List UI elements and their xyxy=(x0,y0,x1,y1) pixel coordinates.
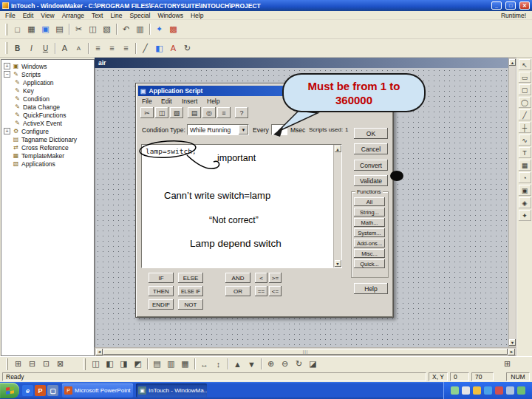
align-left-icon[interactable]: ≡ xyxy=(91,41,105,55)
cut-icon[interactable]: ✂ xyxy=(72,23,86,36)
powerpoint-icon[interactable]: P xyxy=(35,385,46,396)
fn-string-button[interactable]: String... xyxy=(354,208,385,216)
expand-icon[interactable]: + xyxy=(4,128,10,134)
align-bottom-icon[interactable]: ▦ xyxy=(178,358,192,371)
space-horizontal-icon[interactable]: ↔ xyxy=(197,358,211,371)
fn-misc-button[interactable]: Misc... xyxy=(354,249,385,258)
scroll-up-icon[interactable]: ▲ xyxy=(509,59,516,66)
bitmap-tool-icon[interactable]: ▦ xyxy=(519,160,531,171)
open-icon[interactable]: ▦ xyxy=(24,23,38,36)
cut-icon[interactable]: ✂ xyxy=(140,107,154,118)
duplicate-icon[interactable]: ◫ xyxy=(89,358,103,371)
chevron-down-icon[interactable]: ▼ xyxy=(239,125,248,134)
rotate-cw-icon[interactable]: ↻ xyxy=(292,358,306,371)
cancel-button[interactable]: Cancel xyxy=(354,143,388,154)
tree-item-configure[interactable]: + ⚙ Configure xyxy=(1,127,94,135)
kw-or-button[interactable]: OR xyxy=(225,286,250,296)
align-center-icon[interactable]: ◨ xyxy=(117,358,131,371)
paste-icon[interactable]: ▧ xyxy=(100,23,114,36)
print-icon[interactable]: ▤ xyxy=(52,23,66,36)
group-icon[interactable]: ⊕ xyxy=(264,358,278,371)
start-button[interactable] xyxy=(0,383,19,398)
kw-if-button[interactable]: IF xyxy=(149,273,174,283)
align-right-icon[interactable]: ◩ xyxy=(131,358,145,371)
tree-item-quickfunctions[interactable]: ✎ QuickFunctions xyxy=(1,111,94,119)
scrollbar-thumb[interactable]: ||| xyxy=(103,349,508,355)
menu-text[interactable]: Text xyxy=(88,12,107,19)
grid-toggle-icon[interactable]: ⊞ xyxy=(11,358,25,371)
align-center-icon[interactable]: ≡ xyxy=(105,41,119,55)
tree-item-tagname-dictionary[interactable]: ▤ Tagname Dictionary xyxy=(1,135,94,143)
kw-and-button[interactable]: AND xyxy=(225,273,250,283)
align-middle-icon[interactable]: ▥ xyxy=(164,358,178,371)
duplicate-icon[interactable]: ▥ xyxy=(133,23,147,36)
tree-item-key[interactable]: ✎ Key xyxy=(1,86,94,95)
menu-file[interactable]: File xyxy=(1,12,19,19)
pointer-tool-icon[interactable]: ↖ xyxy=(519,59,531,70)
help-button[interactable]: Help xyxy=(354,283,388,294)
tree-item-data-change[interactable]: ✎ Data Change xyxy=(1,103,94,111)
dialog-menu-edit[interactable]: Edit xyxy=(161,98,172,106)
kw-lt-button[interactable]: < xyxy=(255,273,267,283)
align-right-icon[interactable]: ≡ xyxy=(119,41,133,55)
undo-icon[interactable]: ↶ xyxy=(119,23,133,36)
kw-else-button[interactable]: ELSE xyxy=(178,273,203,283)
tree-item-templatemaker[interactable]: ▦ TemplateMaker xyxy=(1,151,94,160)
wizard-tool-icon[interactable]: ✦ xyxy=(519,210,531,221)
hv-line-tool-icon[interactable]: ┼ xyxy=(519,122,531,133)
line-tool-icon[interactable]: ╱ xyxy=(519,109,531,120)
toolbar-grip[interactable] xyxy=(6,358,8,370)
horizontal-scrollbar[interactable]: ◄ ||| ► xyxy=(95,347,516,356)
tree-item-application[interactable]: ✎ Application xyxy=(1,78,94,86)
scroll-right-icon[interactable]: ► xyxy=(508,349,515,355)
help-icon[interactable]: ? xyxy=(235,107,248,118)
scroll-up-icon[interactable]: ▲ xyxy=(335,146,341,152)
fn-system-button[interactable]: System... xyxy=(354,228,385,237)
validate-button[interactable]: Validate xyxy=(354,175,388,186)
tree-item-activex-event[interactable]: ✎ ActiveX Event xyxy=(1,119,94,127)
tray-icon[interactable] xyxy=(473,386,481,395)
tree-item-applications[interactable]: ▧ Applications xyxy=(1,160,94,168)
dialog-menu-help[interactable]: Help xyxy=(207,98,219,106)
font-decrease-icon[interactable]: A xyxy=(72,41,86,55)
dialog-menu-insert[interactable]: Insert xyxy=(182,98,197,106)
expand-icon[interactable]: + xyxy=(4,63,10,69)
line-color-icon[interactable]: ╱ xyxy=(138,41,152,55)
menu-arrange[interactable]: Arrange xyxy=(58,12,88,19)
task-powerpoint-button[interactable]: P Microsoft PowerPoint xyxy=(62,383,133,398)
kw-not-button[interactable]: NOT xyxy=(178,299,203,310)
bold-icon[interactable]: B xyxy=(10,41,24,55)
toolbar-grip[interactable] xyxy=(5,42,7,54)
send-back-icon[interactable]: ▼ xyxy=(245,358,259,371)
menu-windows[interactable]: Windows xyxy=(154,12,186,19)
kw-ge-button[interactable]: >= xyxy=(269,273,282,283)
scroll-left-icon[interactable]: ◄ xyxy=(96,349,103,355)
ungroup-icon[interactable]: ⊖ xyxy=(278,358,292,371)
kw-endif-button[interactable]: ENDIF xyxy=(149,299,174,310)
tray-icon[interactable] xyxy=(484,386,492,395)
copy-icon[interactable]: ◫ xyxy=(86,23,100,36)
kw-eq-button[interactable]: == xyxy=(255,286,267,296)
minimize-button[interactable]: _ xyxy=(491,1,502,10)
align-top-icon[interactable]: ▤ xyxy=(150,358,164,371)
every-input[interactable] xyxy=(271,124,287,135)
task-intouch-button[interactable]: ▣ InTouch - WindowMa... xyxy=(136,383,207,398)
rectangle-tool-icon[interactable]: ▭ xyxy=(519,72,531,83)
show-desktop-icon[interactable]: ▢ xyxy=(47,385,58,396)
tray-icon[interactable] xyxy=(495,386,503,395)
collapse-icon[interactable]: − xyxy=(4,71,10,78)
italic-icon[interactable]: I xyxy=(24,41,38,55)
scroll-down-icon[interactable]: ▼ xyxy=(335,260,341,267)
rotate-icon[interactable]: ↻ xyxy=(180,41,194,55)
underline-icon[interactable]: U xyxy=(38,41,52,55)
tray-icon[interactable] xyxy=(506,386,514,395)
kw-elseif-button[interactable]: ELSE IF xyxy=(178,286,203,296)
find-icon[interactable]: ◎ xyxy=(202,107,216,118)
button-tool-icon[interactable]: ▣ xyxy=(519,185,531,196)
paste-icon[interactable]: ▧ xyxy=(170,107,183,118)
flip-horizontal-icon[interactable]: ◪ xyxy=(306,358,320,371)
polyline-tool-icon[interactable]: ∿ xyxy=(519,134,531,146)
copy-icon[interactable]: ◫ xyxy=(155,107,168,118)
symbol-tool-icon[interactable]: ◈ xyxy=(519,197,531,208)
script-scrollbar[interactable]: ▲ ▼ xyxy=(333,145,341,267)
